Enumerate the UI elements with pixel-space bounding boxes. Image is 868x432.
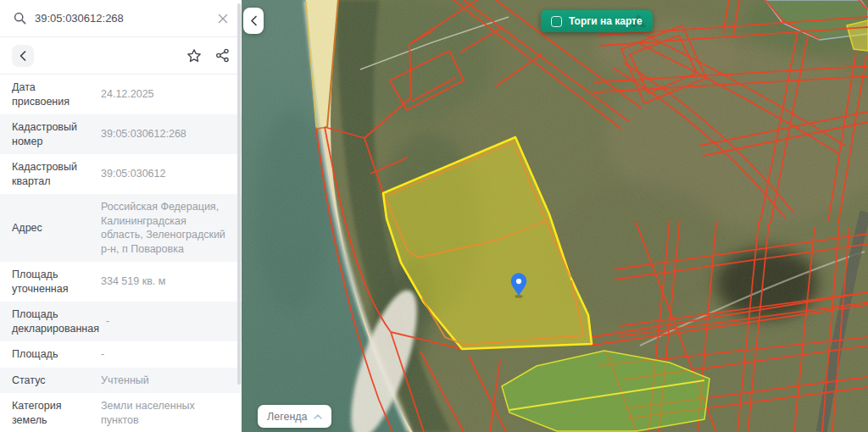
- panel-scrollbar[interactable]: [237, 3, 241, 385]
- row-value: -: [106, 314, 230, 329]
- row-label: Адрес: [12, 221, 94, 235]
- attributes-table: Дата присвоения24.12.2025 Кадастровый но…: [0, 75, 242, 432]
- row-value: Учтенный: [101, 374, 230, 388]
- torgi-checkbox[interactable]: [551, 16, 562, 27]
- collapse-panel-button[interactable]: [243, 8, 264, 34]
- row-value: 334 519 кв. м: [101, 274, 230, 289]
- table-row: Кадастровый квартал39:05:030612: [0, 154, 242, 194]
- chevron-left-icon: [250, 15, 258, 26]
- table-row: Площадь уточненная334 519 кв. м: [0, 262, 242, 302]
- info-panel: Дата присвоения24.12.2025 Кадастровый но…: [0, 0, 242, 432]
- torgi-label: Торги на карте: [569, 15, 643, 27]
- table-row: АдресРоссийская Федерация, Калининградск…: [0, 194, 242, 262]
- row-value: 39:05:030612:268: [101, 127, 230, 141]
- cadastral-map-app: Дата присвоения24.12.2025 Кадастровый но…: [0, 0, 868, 432]
- search-input[interactable]: [35, 12, 209, 25]
- share-icon[interactable]: [215, 48, 230, 63]
- row-label: Дата присвоения: [12, 80, 94, 108]
- row-label: Площадь уточненная: [12, 268, 94, 296]
- search-icon: [14, 12, 26, 25]
- table-row: Кадастровый номер39:05:030612:268: [0, 114, 242, 154]
- table-row: Дата присвоения24.12.2025: [0, 75, 242, 114]
- table-row: Категория земельЗемли населенных пунктов: [0, 393, 242, 432]
- favorite-star-icon[interactable]: [186, 48, 202, 64]
- legend-button[interactable]: Легенда: [258, 405, 331, 428]
- map-canvas[interactable]: [242, 0, 868, 432]
- chevron-up-icon: [314, 414, 322, 419]
- table-row: Площадь декларированная-: [0, 302, 242, 341]
- back-button[interactable]: [12, 45, 34, 67]
- row-value: 39:05:030612: [101, 167, 230, 181]
- torgi-map-toggle-button[interactable]: Торги на карте: [541, 10, 653, 32]
- row-label: Статус: [12, 374, 94, 388]
- map-container: Торги на карте Легенда: [242, 0, 868, 432]
- panel-toolbar: [0, 37, 242, 75]
- row-value: 24.12.2025: [101, 87, 230, 102]
- row-label: Категория земель: [12, 399, 94, 427]
- row-label: Площадь декларированная: [12, 307, 99, 335]
- table-row: СтатусУчтенный: [0, 368, 242, 394]
- row-value: Российская Федерация, Калининградская об…: [101, 200, 230, 256]
- row-label: Кадастровый номер: [12, 120, 94, 148]
- row-label: Кадастровый квартал: [12, 160, 94, 188]
- table-row: Площадь-: [0, 341, 242, 368]
- row-label: Площадь: [12, 347, 94, 362]
- clear-search-icon[interactable]: [218, 14, 228, 24]
- row-value: -: [101, 347, 230, 362]
- row-value: Земли населенных пунктов: [101, 399, 230, 427]
- search-bar: [0, 0, 242, 37]
- legend-label: Легенда: [267, 411, 308, 423]
